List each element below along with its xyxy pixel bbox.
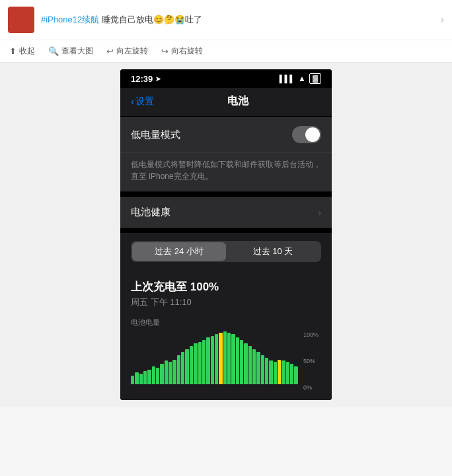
post-text: #iPhone12续航 睡觉自己放电😊🤔😭吐了 — [41, 14, 434, 26]
chart-bar — [256, 352, 260, 384]
chart-bar — [278, 360, 281, 384]
signal-icon: ▌▌▌ — [280, 75, 295, 83]
chart-bar — [227, 333, 231, 384]
rotate-left-icon: ↩ — [106, 46, 114, 56]
battery-icon: ▓ — [309, 73, 321, 84]
low-power-description: 低电量模式将暂时降低如下载和邮件获取等后台活动，直至 iPhone完全充电。 — [120, 153, 332, 191]
toolbar-view-large[interactable]: 🔍 查看大图 — [48, 46, 93, 57]
location-icon: ➤ — [155, 75, 161, 83]
search-icon: 🔍 — [48, 46, 59, 56]
post-header: #iPhone12续航 睡觉自己放电😊🤔😭吐了 › — [0, 0, 452, 40]
battery-chart: 100% 50% 0% — [131, 331, 321, 391]
chart-bar — [185, 349, 188, 384]
rotate-left-label: 向左旋转 — [116, 46, 148, 57]
chart-bar — [231, 334, 235, 384]
chart-bar — [143, 371, 147, 384]
phone-screen: 12:39 ➤ ▌▌▌ ▲ ▓ ‹ 设置 电池 低电量模式 — [120, 69, 332, 400]
chart-bar — [152, 366, 155, 384]
chart-y-labels: 100% 50% 0% — [303, 331, 319, 391]
chart-bar — [223, 331, 227, 384]
chart-bar — [206, 337, 209, 384]
battery-health-row[interactable]: 电池健康 › — [120, 197, 332, 228]
status-bar: 12:39 ➤ ▌▌▌ ▲ ▓ — [120, 69, 332, 88]
chart-label: 电池电量 — [131, 318, 321, 327]
battery-health-section: 电池健康 › — [120, 197, 332, 228]
chart-bar — [165, 360, 168, 384]
screenshot-area: 12:39 ➤ ▌▌▌ ▲ ▓ ‹ 设置 电池 低电量模式 — [0, 63, 452, 407]
toolbar: ⬆ 收起 🔍 查看大图 ↩ 向左旋转 ↪ 向右旋转 — [0, 40, 452, 63]
chart-bar — [181, 352, 184, 384]
chart-bar — [139, 374, 143, 384]
chart-bar — [286, 362, 289, 384]
time-display: 12:39 — [131, 74, 153, 84]
chart-bar — [160, 364, 163, 384]
y-label-50: 50% — [303, 358, 319, 364]
chart-bar — [244, 343, 247, 384]
expand-icon[interactable]: › — [441, 14, 444, 26]
chart-bar — [282, 360, 285, 384]
chart-bar — [265, 358, 268, 384]
chart-bar — [236, 337, 239, 384]
avatar — [8, 7, 34, 33]
chart-bar — [169, 362, 172, 384]
status-time: 12:39 ➤ — [131, 74, 161, 84]
segment-24h[interactable]: 过去 24 小时 — [132, 242, 226, 261]
back-button[interactable]: ‹ 设置 — [131, 96, 154, 108]
collapse-icon: ⬆ — [9, 46, 17, 56]
toggle-knob — [305, 127, 320, 142]
segment-section: 过去 24 小时 过去 10 天 — [120, 233, 332, 270]
low-power-label: 低电量模式 — [131, 129, 180, 141]
battery-health-label: 电池健康 — [131, 206, 170, 219]
chart-bar — [131, 376, 134, 384]
chart-bar — [219, 333, 222, 384]
chart-bar — [211, 336, 214, 384]
y-label-0: 0% — [303, 384, 319, 391]
toolbar-rotate-right[interactable]: ↪ 向右旋转 — [161, 46, 203, 57]
status-icons: ▌▌▌ ▲ ▓ — [280, 73, 321, 84]
back-label: 设置 — [135, 96, 154, 108]
chart-bar — [135, 372, 138, 384]
toolbar-collapse[interactable]: ⬆ 收起 — [9, 46, 35, 57]
segment-10d[interactable]: 过去 10 天 — [226, 242, 320, 261]
low-power-section: 低电量模式 低电量模式将暂时降低如下载和邮件获取等后台活动，直至 iPhone完… — [120, 117, 332, 191]
chevron-right-icon: › — [318, 207, 321, 218]
chart-bar — [248, 346, 252, 384]
hashtag[interactable]: #iPhone12续航 — [41, 15, 99, 24]
chart-bar — [172, 360, 176, 384]
chart-bar — [147, 370, 151, 384]
post-meta: #iPhone12续航 睡觉自己放电😊🤔😭吐了 — [41, 14, 434, 26]
post-body: 睡觉自己放电😊🤔😭吐了 — [102, 15, 202, 24]
chart-bar — [261, 355, 264, 384]
nav-bar: ‹ 设置 电池 — [120, 88, 332, 116]
rotate-right-label: 向右旋转 — [171, 46, 203, 57]
chart-bar — [177, 355, 180, 384]
rotate-right-icon: ↪ — [161, 46, 169, 56]
chart-bar — [290, 364, 293, 384]
chart-bar — [240, 340, 243, 384]
chart-bar — [198, 342, 202, 384]
segment-control: 过去 24 小时 过去 10 天 — [131, 241, 321, 262]
chart-bar — [215, 334, 218, 384]
charge-time: 周五 下午 11:10 — [131, 296, 321, 308]
page-title: 电池 — [154, 94, 321, 108]
chart-bar — [269, 360, 272, 384]
chart-bar — [194, 343, 197, 384]
low-power-toggle[interactable] — [292, 126, 321, 143]
chart-bar — [252, 349, 256, 384]
chart-bars — [131, 331, 321, 384]
toolbar-rotate-left[interactable]: ↩ 向左旋转 — [106, 46, 148, 57]
collapse-label: 收起 — [19, 46, 35, 57]
chart-bar — [202, 340, 206, 384]
chart-bar — [156, 368, 159, 384]
chevron-left-icon: ‹ — [131, 96, 134, 108]
view-large-label: 查看大图 — [61, 46, 93, 57]
wifi-icon: ▲ — [298, 74, 306, 83]
low-power-row[interactable]: 低电量模式 — [120, 117, 332, 153]
chart-bar — [274, 362, 277, 384]
charge-title: 上次充电至 100% — [131, 279, 321, 294]
chart-bar — [294, 366, 297, 384]
y-label-100: 100% — [303, 331, 319, 338]
battery-stats: 上次充电至 100% 周五 下午 11:10 电池电量 100% 50% 0% — [120, 270, 332, 400]
chart-bar — [190, 346, 193, 384]
